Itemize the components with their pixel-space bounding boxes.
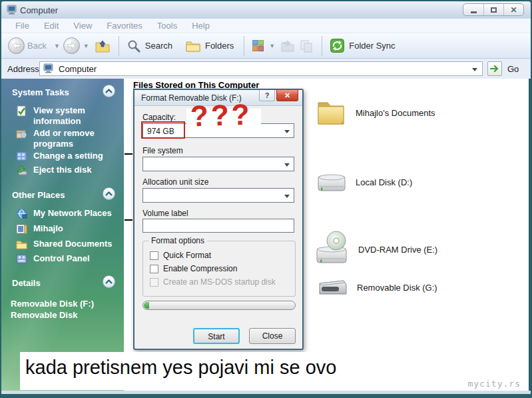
sidebar-item-eject-this-disk[interactable]: Eject this disk	[16, 165, 116, 176]
checkbox-label: Create an MS-DOS startup disk	[163, 277, 276, 287]
menu-favorites[interactable]: Favorites	[99, 21, 149, 31]
section-header-fragment	[125, 219, 133, 221]
dropdown-icon[interactable]	[284, 195, 290, 198]
system-tasks-header: System Tasks	[12, 87, 69, 97]
msdos-startup-option: Create an MS-DOS startup disk	[150, 277, 276, 287]
details-header: Details	[12, 278, 41, 288]
shared-documents-icon	[16, 239, 27, 250]
views-dropdown-icon[interactable]: ▼	[269, 43, 275, 49]
dropdown-icon[interactable]	[284, 163, 290, 167]
up-folder-icon	[95, 39, 111, 53]
checkbox-disabled	[150, 278, 158, 287]
folder-sync-button[interactable]	[330, 39, 344, 53]
window-controls: ✕	[463, 3, 524, 16]
folders-icon	[186, 40, 200, 52]
dropdown-icon[interactable]	[284, 130, 290, 133]
minimize-button[interactable]	[463, 4, 483, 15]
other-places-collapse-button[interactable]	[103, 187, 115, 200]
back-button[interactable]	[8, 37, 25, 54]
sidebar-item-shared-documents[interactable]: Shared Documents	[16, 239, 121, 250]
chevron-up-icon	[105, 89, 113, 93]
volume-label-label: Volume label	[142, 209, 188, 218]
watermark: mycity.rs	[468, 379, 521, 389]
start-button[interactable]: Start	[193, 328, 240, 344]
drive-item-removable-g[interactable]: Removable Disk (G:)	[316, 277, 437, 298]
sidebar-item-label: Shared Documents	[33, 239, 121, 250]
search-label[interactable]: Search	[145, 41, 172, 51]
sidebar-item-my-network-places[interactable]: My Network Places	[16, 208, 121, 219]
checkbox-unchecked[interactable]	[150, 265, 158, 273]
address-dropdown-icon[interactable]	[472, 68, 477, 71]
dialog-close-button[interactable]: ✕	[276, 90, 298, 101]
menu-view[interactable]: View	[66, 21, 99, 31]
sidebar-item-mihajlo[interactable]: Mihajlo	[16, 223, 121, 235]
forward-dropdown-icon[interactable]: ▼	[83, 43, 89, 49]
checkbox-label: Quick Format	[163, 251, 211, 260]
system-tasks-collapse-button[interactable]	[103, 85, 115, 97]
sidebar-item-change-a-setting[interactable]: Change a setting	[16, 151, 116, 162]
drive-item-mihajlos-documents[interactable]: Mihajlo's Documents	[316, 99, 435, 127]
enable-compression-option[interactable]: Enable Compression	[150, 264, 237, 273]
search-button[interactable]	[127, 39, 140, 53]
folders-button[interactable]	[186, 40, 200, 52]
menu-file[interactable]: File	[8, 21, 37, 31]
address-input[interactable]: Computer	[39, 61, 483, 76]
go-button[interactable]	[487, 61, 502, 76]
go-label[interactable]: Go	[507, 64, 519, 74]
section-header-fragment	[125, 153, 133, 155]
views-button[interactable]	[252, 40, 264, 51]
forward-button[interactable]	[63, 37, 80, 54]
sidebar-item-view-system-information[interactable]: View system information	[16, 105, 116, 127]
folders-label[interactable]: Folders	[205, 41, 234, 51]
sidebar-item-label: My Network Places	[33, 208, 121, 219]
toolbar-separator	[322, 36, 322, 56]
checkbox-unchecked[interactable]	[150, 251, 158, 260]
menu-help[interactable]: Help	[184, 21, 217, 31]
file-system-combobox[interactable]	[142, 157, 294, 171]
window-title: Computer	[20, 5, 58, 15]
sidebar-item-label: View system information	[33, 105, 116, 127]
drive-label: Mihajlo's Documents	[356, 108, 435, 118]
maximize-button[interactable]	[483, 4, 503, 15]
address-label: Address	[7, 64, 39, 74]
drive-label: DVD-RAM Drive (E:)	[358, 245, 437, 255]
drive-item-local-disk-d[interactable]: Local Disk (D:)	[317, 171, 412, 193]
task-sidebar: System Tasks View system information Add…	[1, 79, 124, 391]
search-icon	[127, 39, 140, 53]
forward-arrow-icon	[67, 42, 76, 49]
copy-to-button-disabled	[299, 39, 314, 53]
address-value: Computer	[59, 64, 97, 74]
title-bar[interactable]: Computer ✕	[1, 1, 531, 19]
sidebar-item-control-panel[interactable]: Control Panel	[16, 253, 121, 265]
progress-chunk	[144, 302, 149, 309]
explorer-window: Computer ✕ File Edit View Favorites Tool…	[0, 0, 532, 398]
sidebar-item-label: Add or remove programs	[33, 128, 116, 149]
computer-icon	[7, 5, 18, 15]
maximize-icon	[491, 7, 497, 13]
chevron-up-icon	[105, 191, 113, 196]
close-button[interactable]: ✕	[503, 4, 523, 15]
allocation-combobox[interactable]	[142, 188, 294, 203]
quick-format-option[interactable]: Quick Format	[150, 251, 211, 260]
back-arrow-icon	[12, 42, 21, 49]
close-dialog-button[interactable]: Close	[249, 328, 296, 344]
chevron-up-icon	[105, 279, 113, 284]
hard-disk-icon	[317, 171, 346, 193]
volume-label-input[interactable]	[142, 219, 294, 233]
folder-sync-label[interactable]: Folder Sync	[349, 41, 395, 51]
up-button[interactable]	[95, 39, 111, 53]
details-collapse-button[interactable]	[103, 275, 115, 288]
dvd-drive-icon	[316, 231, 349, 268]
menu-tools[interactable]: Tools	[150, 21, 184, 31]
sidebar-item-add-remove-programs[interactable]: Add or remove programs	[16, 128, 116, 149]
back-dropdown-icon[interactable]: ▼	[54, 43, 60, 49]
go-arrow-icon	[490, 65, 499, 73]
eject-disk-icon	[16, 165, 27, 176]
add-remove-programs-icon	[16, 128, 27, 139]
control-panel-icon	[16, 253, 27, 265]
drive-label: Local Disk (D:)	[356, 177, 412, 187]
views-icon	[252, 40, 264, 51]
dialog-help-button[interactable]: ?	[259, 90, 275, 101]
menu-edit[interactable]: Edit	[37, 21, 66, 31]
drive-item-dvd-ram-e[interactable]: DVD-RAM Drive (E:)	[316, 231, 437, 268]
